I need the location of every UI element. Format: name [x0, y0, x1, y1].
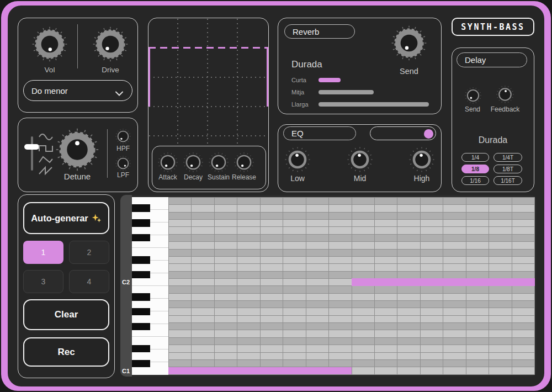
grid-cell[interactable] — [214, 308, 237, 315]
decay-knob[interactable] — [183, 152, 203, 172]
grid-cell[interactable] — [420, 264, 443, 271]
grid-cell[interactable] — [169, 360, 191, 367]
detune-slider-handle[interactable] — [24, 144, 39, 150]
grid-cell[interactable] — [283, 308, 305, 315]
grid-cell[interactable] — [283, 360, 305, 367]
grid-cell[interactable] — [328, 205, 351, 211]
grid-cell[interactable] — [443, 205, 465, 211]
auto-generate-button[interactable]: Auto-generar — [23, 202, 109, 234]
grid-cell[interactable] — [169, 294, 191, 300]
hpf-knob[interactable] — [115, 129, 131, 144]
grid-cell[interactable] — [420, 227, 443, 234]
grid-cell[interactable] — [237, 250, 259, 256]
pattern-button-3[interactable]: 3 — [23, 270, 63, 293]
grid-cell[interactable] — [374, 345, 397, 352]
grid-cell[interactable] — [214, 360, 237, 367]
grid-cell[interactable] — [397, 308, 420, 315]
grid-cell[interactable] — [374, 367, 397, 374]
grid-cell[interactable] — [466, 205, 489, 211]
grid-cell[interactable] — [489, 316, 511, 322]
grid-cell[interactable] — [169, 264, 191, 271]
grid-cell[interactable] — [352, 316, 374, 322]
grid-cell[interactable] — [214, 220, 237, 226]
grid-cell[interactable] — [420, 367, 443, 374]
grid-cell[interactable] — [169, 308, 191, 315]
black-key[interactable] — [132, 323, 150, 330]
grid-cell[interactable] — [397, 250, 420, 256]
grid-cell[interactable] — [328, 220, 351, 226]
grid-cell[interactable] — [443, 272, 465, 278]
grid-cell[interactable] — [374, 198, 397, 204]
grid-cell[interactable] — [191, 257, 214, 263]
step-grid[interactable] — [168, 197, 535, 375]
grid-cell[interactable] — [237, 360, 259, 367]
grid-cell[interactable] — [420, 286, 443, 293]
delay-feedback-knob[interactable] — [496, 86, 514, 103]
grid-cell[interactable] — [489, 308, 511, 315]
grid-cell[interactable] — [169, 205, 191, 211]
black-key[interactable] — [132, 204, 150, 211]
grid-cell[interactable] — [443, 308, 465, 315]
grid-cell[interactable] — [214, 323, 237, 330]
grid-cell[interactable] — [512, 272, 534, 278]
grid-cell[interactable] — [328, 235, 351, 241]
grid-cell[interactable] — [352, 286, 374, 293]
grid-cell[interactable] — [214, 294, 237, 300]
grid-cell[interactable] — [328, 360, 351, 367]
grid-cell[interactable] — [306, 316, 328, 322]
grid-cell[interactable] — [466, 257, 489, 263]
grid-cell[interactable] — [443, 213, 465, 219]
reverb-size-row[interactable]: Curta — [291, 76, 435, 84]
grid-cell[interactable] — [237, 301, 259, 308]
grid-cell[interactable] — [237, 257, 259, 263]
grid-cell[interactable] — [512, 345, 534, 352]
grid-cell[interactable] — [191, 301, 214, 308]
detune-knob[interactable] — [56, 128, 99, 171]
grid-cell[interactable] — [352, 345, 374, 352]
grid-cell[interactable] — [374, 257, 397, 263]
grid-cell[interactable] — [214, 353, 237, 359]
grid-cell[interactable] — [420, 330, 443, 337]
grid-cell[interactable] — [214, 213, 237, 219]
grid-cell[interactable] — [214, 227, 237, 234]
sine-wave-icon[interactable] — [39, 133, 53, 144]
grid-cell[interactable] — [260, 227, 283, 234]
grid-cell[interactable] — [237, 345, 259, 352]
grid-cell[interactable] — [260, 198, 283, 204]
grid-cell[interactable] — [352, 353, 374, 359]
grid-cell[interactable] — [214, 345, 237, 352]
grid-cell[interactable] — [352, 264, 374, 271]
grid-cell[interactable] — [374, 205, 397, 211]
grid-cell[interactable] — [397, 286, 420, 293]
grid-cell[interactable] — [352, 308, 374, 315]
grid-cell[interactable] — [420, 205, 443, 211]
grid-cell[interactable] — [443, 345, 465, 352]
grid-cell[interactable] — [466, 301, 489, 308]
grid-cell[interactable] — [489, 338, 511, 345]
grid-cell[interactable] — [169, 257, 191, 263]
grid-cell[interactable] — [489, 294, 511, 300]
grid-cell[interactable] — [306, 294, 328, 300]
grid-cell[interactable] — [328, 272, 351, 278]
grid-cell[interactable] — [512, 301, 534, 308]
grid-cell[interactable] — [352, 272, 374, 278]
grid-cell[interactable] — [489, 213, 511, 219]
grid-cell[interactable] — [260, 308, 283, 315]
grid-cell[interactable] — [466, 353, 489, 359]
reverb-size-bar[interactable] — [319, 90, 374, 94]
grid-cell[interactable] — [169, 330, 191, 337]
grid-cell[interactable] — [352, 330, 374, 337]
grid-cell[interactable] — [260, 235, 283, 241]
grid-cell[interactable] — [214, 257, 237, 263]
grid-cell[interactable] — [214, 286, 237, 293]
grid-cell[interactable] — [466, 345, 489, 352]
grid-cell[interactable] — [328, 279, 351, 285]
grid-cell[interactable] — [512, 220, 534, 226]
grid-cell[interactable] — [512, 257, 534, 263]
grid-cell[interactable] — [260, 242, 283, 248]
grid-cell[interactable] — [237, 338, 259, 345]
envelope-display[interactable] — [148, 18, 268, 144]
black-key[interactable] — [132, 360, 150, 367]
grid-cell[interactable] — [283, 242, 305, 248]
grid-cell[interactable] — [397, 264, 420, 271]
